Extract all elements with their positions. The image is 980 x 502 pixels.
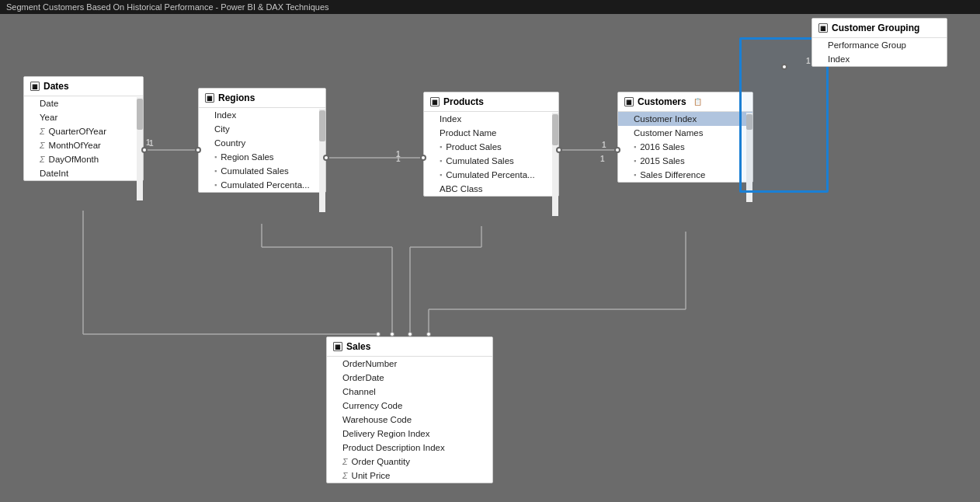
customer-grouping-body: Performance Group Index — [812, 38, 947, 66]
table-row[interactable]: Warehouse Code — [327, 413, 492, 427]
row-label: Region Sales — [221, 152, 273, 162]
calc-icon: ▪ — [440, 157, 442, 165]
sales-header: ▦ Sales — [327, 337, 492, 357]
table-row[interactable]: Year — [24, 110, 143, 124]
table-row[interactable]: Performance Group — [812, 38, 947, 52]
row-label: OrderDate — [342, 373, 384, 382]
row-label: OrderNumber — [342, 359, 397, 368]
calc-icon: ▪ — [440, 143, 442, 151]
sigma-icon: Σ — [40, 141, 45, 150]
products-table: ▦ Products Index Product Name ▪Product S… — [423, 92, 559, 197]
table-row[interactable]: Currency Code — [327, 399, 492, 413]
row-label: ABC Class — [440, 184, 483, 193]
row-label: Product Sales — [446, 142, 502, 152]
customer-grouping-title: Customer Grouping — [832, 23, 919, 33]
connection-dot — [390, 332, 394, 336]
row-label: Product Description Index — [342, 443, 445, 452]
row-label: Date — [40, 99, 58, 108]
connection-dot — [614, 147, 620, 153]
row-label: Customer Index — [634, 114, 697, 124]
calc-icon: ▪ — [634, 157, 636, 165]
connection-dot — [408, 332, 412, 336]
dates-body: Date Year ΣQuarterOfYear ΣMonthOfYear ΣD… — [24, 96, 143, 180]
connection-dot — [376, 332, 381, 336]
row-label: 2016 Sales — [640, 142, 685, 152]
table-row[interactable]: Product Description Index — [327, 441, 492, 455]
sigma-icon: Σ — [40, 127, 45, 136]
row-label: Cumulated Percenta... — [221, 180, 309, 190]
table-row[interactable]: Channel — [327, 385, 492, 399]
row-label: Cumulated Percenta... — [446, 170, 534, 180]
row-label: 2015 Sales — [640, 156, 685, 166]
table-row[interactable]: ▪Sales Difference — [618, 168, 752, 182]
relation-label: 1 — [396, 150, 401, 159]
customer-grouping-icon: ▦ — [818, 23, 828, 33]
regions-table: ▦ Regions Index City Country ▪Region Sal… — [198, 88, 326, 193]
row-label: Customer Names — [634, 128, 703, 138]
customer-grouping-header: ▦ Customer Grouping — [812, 19, 947, 38]
customers-table-icon: ▦ — [624, 97, 634, 106]
products-table-icon: ▦ — [430, 97, 440, 106]
table-row[interactable]: ▪Region Sales — [199, 150, 325, 164]
table-row[interactable]: Product Name — [424, 126, 558, 140]
row-label: MonthOfYear — [49, 141, 101, 150]
row-label: Currency Code — [342, 401, 402, 410]
calc-icon: ▪ — [214, 167, 217, 175]
table-row[interactable]: ΣMonthOfYear — [24, 138, 143, 152]
row-label: Year — [40, 113, 57, 122]
row-label: Delivery Region Index — [342, 429, 430, 438]
dates-table: ▦ Dates Date Year ΣQuarterOfYear ΣMonthO… — [23, 76, 144, 181]
row-label: DateInt — [40, 169, 68, 178]
title-bar: Segment Customers Based On Historical Pe… — [0, 0, 980, 14]
customers-table: ▦ Customers 📋 Customer Index Customer Na… — [617, 92, 753, 183]
row-label: Index — [440, 114, 461, 124]
table-row[interactable]: ABC Class — [424, 182, 558, 196]
table-row[interactable]: Date — [24, 96, 143, 110]
table-row[interactable]: Index — [812, 52, 947, 66]
table-row[interactable]: Index — [199, 108, 325, 122]
row-label: DayOfMonth — [49, 155, 99, 164]
table-row[interactable]: ▪2015 Sales — [618, 154, 752, 168]
table-row[interactable]: DateInt — [24, 166, 143, 180]
table-row[interactable]: ΣOrder Quantity — [327, 455, 492, 469]
table-row[interactable]: ▪2016 Sales — [618, 140, 752, 154]
calc-icon: ▪ — [214, 181, 217, 189]
table-row[interactable]: ΣDayOfMonth — [24, 152, 143, 166]
customers-body: Customer Index Customer Names ▪2016 Sale… — [618, 112, 752, 182]
table-row[interactable]: ▪Cumulated Percenta... — [424, 168, 558, 182]
row-label: Warehouse Code — [342, 415, 412, 424]
table-row[interactable]: Customer Names — [618, 126, 752, 140]
row-label: Channel — [342, 387, 376, 396]
sales-title: Sales — [346, 341, 370, 352]
dates-table-icon: ▦ — [30, 82, 40, 91]
dates-title: Dates — [43, 81, 69, 92]
row-label: Product Name — [440, 128, 497, 138]
customer-grouping-table: ▦ Customer Grouping Performance Group In… — [811, 18, 947, 67]
row-label: Cumulated Sales — [221, 166, 289, 176]
canvas: 1 1 1 ▦ Dates Date Year ΣQuarterOfYear Σ… — [0, 14, 980, 502]
table-row[interactable]: Index — [424, 112, 558, 126]
table-row[interactable]: ΣQuarterOfYear — [24, 124, 143, 138]
table-row[interactable]: ▪Product Sales — [424, 140, 558, 154]
connection-dot — [195, 147, 201, 153]
row-label: Unit Price — [352, 471, 391, 480]
regions-table-icon: ▦ — [205, 93, 214, 103]
table-row[interactable]: Delivery Region Index — [327, 427, 492, 441]
connection-dot — [556, 147, 562, 153]
table-row[interactable]: OrderNumber — [327, 357, 492, 371]
row-label: Index — [214, 110, 236, 120]
table-row[interactable]: Country — [199, 136, 325, 150]
sales-table-icon: ▦ — [333, 342, 342, 351]
calc-icon: ▪ — [634, 143, 636, 151]
row-label: Performance Group — [828, 40, 906, 50]
table-row[interactable]: ΣUnit Price — [327, 469, 492, 483]
table-row[interactable]: ▪Cumulated Sales — [199, 164, 325, 178]
table-row-highlighted[interactable]: Customer Index — [618, 112, 752, 126]
table-row[interactable]: OrderDate — [327, 371, 492, 385]
row-label: Sales Difference — [640, 170, 705, 180]
table-row[interactable]: City — [199, 122, 325, 136]
table-row[interactable]: ▪Cumulated Sales — [424, 154, 558, 168]
row-label: Country — [214, 138, 245, 148]
table-row[interactable]: ▪Cumulated Percenta... — [199, 178, 325, 192]
regions-body: Index City Country ▪Region Sales ▪Cumula… — [199, 108, 325, 192]
